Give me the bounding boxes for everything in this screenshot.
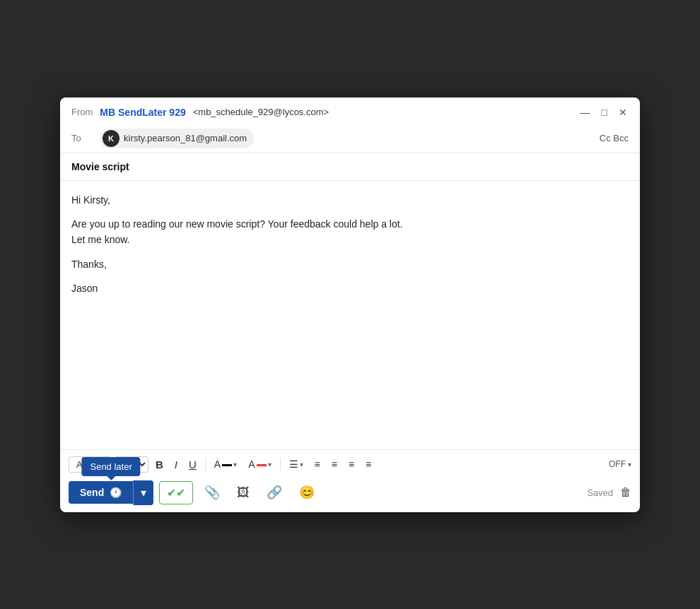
chevron-down-icon: ▾ xyxy=(233,461,237,468)
minimize-button[interactable]: — xyxy=(579,106,592,119)
underline-button[interactable]: U xyxy=(185,456,201,473)
send-later-arrow-icon: ▾ xyxy=(141,486,146,499)
send-label: Send xyxy=(80,487,104,498)
paperclip-icon: 📎 xyxy=(204,485,220,499)
highlight-color-button[interactable]: A ▾ xyxy=(244,456,275,473)
send-button[interactable]: Send 🕐 xyxy=(69,481,133,504)
image-icon: 🖼 xyxy=(237,485,250,499)
font-select[interactable]: Arial xyxy=(69,456,112,473)
sender-email: <mb_schedule_929@lycos.com> xyxy=(193,107,329,117)
email-body[interactable]: Hi Kirsty, Are you up to reading our new… xyxy=(60,181,640,449)
spellcheck-button[interactable]: ✔✔ xyxy=(159,481,193,504)
from-section: From MB SendLater 929 <mb_schedule_929@l… xyxy=(71,107,329,118)
indent-increase-icon: ≡ xyxy=(366,459,371,470)
insert-emoji-button[interactable]: 😊 xyxy=(293,480,320,504)
italic-button[interactable]: I xyxy=(170,456,182,473)
body-paragraph1: Are you up to reading our new movie scri… xyxy=(71,216,629,248)
divider-2 xyxy=(280,458,281,471)
saved-area: Saved 🗑 xyxy=(587,486,631,499)
trash-icon: 🗑 xyxy=(620,486,631,498)
indent-decrease-icon: ≡ xyxy=(349,459,354,470)
align-chevron-icon: ▾ xyxy=(300,461,303,468)
indent-decrease-button[interactable]: ≡ xyxy=(344,456,358,473)
attach-file-button[interactable]: 📎 xyxy=(199,480,226,504)
unordered-list-button[interactable]: ≡ xyxy=(327,456,342,473)
body-thanks: Thanks, xyxy=(71,256,629,272)
send-later-button[interactable]: ▾ xyxy=(133,480,153,505)
check-icon: ✔✔ xyxy=(167,486,185,499)
font-size-select[interactable]: 10 12 14 xyxy=(115,456,148,473)
insert-link-button[interactable]: 🔗 xyxy=(261,480,288,504)
divider-1 xyxy=(205,458,206,471)
clock-icon: 🕐 xyxy=(110,487,122,498)
to-row: To K kirsty.pearson_81@gmail.com Cc Bcc xyxy=(60,124,640,153)
ordered-list-button[interactable]: ≡ xyxy=(310,456,325,473)
subject-text: Movie script xyxy=(71,161,129,172)
body-signature: Jason xyxy=(71,280,629,296)
indent-increase-button[interactable]: ≡ xyxy=(361,456,375,473)
ol-icon: ≡ xyxy=(315,459,320,470)
emoji-icon: 😊 xyxy=(299,485,315,499)
action-row: Send 🕐 ▾ Send later ✔✔ 📎 🖼 🔗 xyxy=(69,479,631,508)
recipient-avatar: K xyxy=(103,130,119,147)
chevron-down-icon-2: ▾ xyxy=(268,461,272,468)
off-label: OFF xyxy=(609,459,626,469)
text-color-button[interactable]: A ▾ xyxy=(210,456,241,473)
cc-bcc-button[interactable]: Cc Bcc xyxy=(600,133,629,143)
sender-name: MB SendLater 929 xyxy=(100,107,185,118)
compose-window: From MB SendLater 929 <mb_schedule_929@l… xyxy=(60,97,640,512)
close-button[interactable]: ✕ xyxy=(617,106,629,119)
delete-draft-button[interactable]: 🗑 xyxy=(620,486,631,499)
from-label: From xyxy=(71,107,93,117)
spell-check-toggle[interactable]: OFF ▾ xyxy=(609,459,631,469)
subject-row[interactable]: Movie script xyxy=(60,153,640,181)
maximize-button[interactable]: □ xyxy=(600,106,609,119)
ul-icon: ≡ xyxy=(332,459,337,470)
text-color-indicator xyxy=(222,464,232,466)
align-button[interactable]: ☰ ▾ xyxy=(285,456,308,473)
link-icon: 🔗 xyxy=(267,485,282,499)
text-color-label: A xyxy=(214,459,221,470)
insert-image-button[interactable]: 🖼 xyxy=(231,481,255,504)
highlight-label: A xyxy=(248,459,255,470)
formatting-toolbar: Arial 10 12 14 B I U A ▾ A ▾ xyxy=(69,456,631,473)
title-bar: From MB SendLater 929 <mb_schedule_929@l… xyxy=(60,97,640,124)
send-group: Send 🕐 ▾ Send later xyxy=(69,480,153,505)
recipient-email: kirsty.pearson_81@gmail.com xyxy=(124,133,247,143)
toolbar-area: Arial 10 12 14 B I U A ▾ A ▾ xyxy=(60,449,640,512)
body-line2: Are you up to reading our new movie scri… xyxy=(71,218,403,230)
to-label: To xyxy=(71,133,93,143)
recipient-chip[interactable]: K kirsty.pearson_81@gmail.com xyxy=(100,129,254,148)
off-chevron-icon: ▾ xyxy=(628,461,631,468)
body-greeting: Hi Kirsty, xyxy=(71,192,629,208)
align-icon: ☰ xyxy=(289,459,298,470)
saved-text: Saved xyxy=(587,487,613,498)
body-line3: Let me know. xyxy=(71,234,130,245)
bold-button[interactable]: B xyxy=(151,456,168,473)
highlight-indicator xyxy=(257,464,267,466)
window-controls: — □ ✕ xyxy=(579,106,629,119)
